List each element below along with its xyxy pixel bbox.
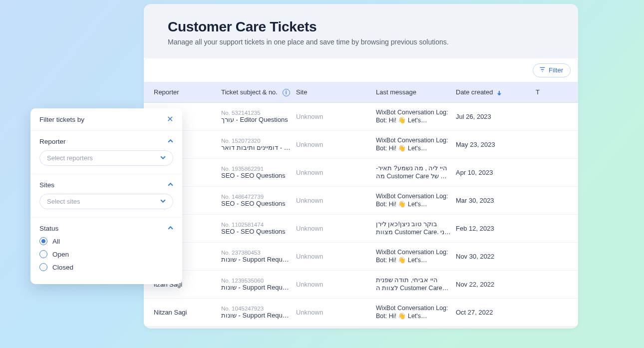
status-radio-closed[interactable]: Closed bbox=[39, 263, 173, 271]
cell-date: Jul 26, 2023 bbox=[456, 113, 536, 120]
info-icon[interactable]: i bbox=[283, 89, 290, 96]
sort-desc-icon bbox=[495, 88, 502, 96]
filter-popover-header: Filter tickets by ✕ bbox=[30, 108, 182, 131]
status-radio-open[interactable]: Open bbox=[39, 250, 173, 258]
cell-message: WixBot Conversation Log: Bot: Hi! 👋 Let'… bbox=[376, 305, 456, 320]
col-tail[interactable]: T bbox=[536, 88, 578, 96]
ticket-number: No. 237380453 bbox=[221, 250, 296, 256]
chevron-down-icon bbox=[160, 154, 166, 162]
cell-message: WixBot Conversation Log: Bot: Hi! 👋 Let'… bbox=[376, 249, 456, 264]
ticket-subject: SEO - SEO Questions bbox=[221, 172, 291, 179]
col-date-label: Date created bbox=[456, 88, 493, 96]
table-row[interactable]: zan SagiNo. 532141235עורך - Editor Quest… bbox=[144, 103, 578, 131]
cell-date: May 23, 2023 bbox=[456, 141, 536, 148]
chevron-down-icon bbox=[160, 198, 166, 205]
cell-site: Unknown bbox=[296, 281, 376, 288]
ticket-subject: שונות - Support Request bbox=[221, 312, 291, 319]
ticket-number: No. 532141235 bbox=[221, 110, 296, 116]
cell-date: Apr 10, 2023 bbox=[456, 169, 536, 176]
table-row[interactable]: itzan SagiNo. 1239535060שונות - Support … bbox=[144, 271, 578, 299]
table-row[interactable]: zan SagiNo. 1102581474SEO - SEO Question… bbox=[144, 215, 578, 243]
sites-select[interactable]: Select sites bbox=[39, 194, 173, 209]
panel-header: Customer Care Tickets Manage all your su… bbox=[144, 4, 578, 58]
status-open-label: Open bbox=[52, 251, 69, 258]
cell-subject: No. 532141235עורך - Editor Questions bbox=[221, 110, 296, 123]
filter-button[interactable]: Filter bbox=[533, 63, 571, 77]
ticket-subject: SEO - SEO Questions bbox=[221, 228, 291, 235]
col-site-label: Site bbox=[296, 88, 307, 96]
table-row[interactable]: zan SagiNo. 1935862291SEO - SEO Question… bbox=[144, 159, 578, 187]
cell-subject: No. 1486472739SEO - SEO Questions bbox=[221, 194, 296, 207]
ticket-subject: שונות - Support Request bbox=[221, 284, 291, 291]
filter-section-reporter: Reporter Select reporters bbox=[30, 131, 182, 174]
close-icon[interactable]: ✕ bbox=[167, 115, 173, 123]
col-site[interactable]: Site bbox=[296, 88, 376, 96]
radio-icon bbox=[39, 263, 47, 271]
reporter-select-placeholder: Select reporters bbox=[47, 154, 93, 162]
filter-status-label: Status bbox=[39, 225, 58, 232]
cell-site: Unknown bbox=[296, 253, 376, 260]
col-tail-label: T bbox=[536, 88, 540, 96]
chevron-up-icon[interactable] bbox=[168, 138, 173, 145]
filter-popover-title: Filter tickets by bbox=[39, 116, 84, 123]
cell-message: בוקר טוב ניצן!כאן לירן מצוות Customer Ca… bbox=[376, 221, 456, 236]
col-reporter[interactable]: Reporter bbox=[144, 88, 221, 96]
ticket-subject: דומיינים ותיבות דואר - Do… bbox=[221, 144, 291, 151]
page-subtitle: Manage all your support tickets in one p… bbox=[168, 38, 554, 46]
filter-button-label: Filter bbox=[549, 66, 563, 74]
ticket-number: No. 1239535060 bbox=[221, 278, 296, 284]
status-radio-all[interactable]: All bbox=[39, 237, 173, 245]
filter-section-sites: Sites Select sites bbox=[30, 174, 182, 218]
tickets-section: Filter Reporter Ticket subject & no. i S… bbox=[144, 58, 578, 327]
cell-date: Oct 27, 2022 bbox=[456, 309, 536, 316]
col-message[interactable]: Last message bbox=[376, 88, 456, 96]
status-closed-label: Closed bbox=[52, 264, 73, 271]
ticket-subject: SEO - SEO Questions bbox=[221, 200, 291, 207]
col-date[interactable]: Date created bbox=[456, 88, 536, 96]
cell-message: WixBot Conversation Log: Bot: Hi! 👋 Let'… bbox=[376, 193, 456, 208]
table-row[interactable]: zan SagiNo. 237380453שונות - Support Req… bbox=[144, 243, 578, 271]
col-subject[interactable]: Ticket subject & no. i bbox=[221, 88, 296, 96]
table-row[interactable]: Nitzan SagiNo. 1045247923שונות - Support… bbox=[144, 299, 578, 327]
table-row[interactable]: zan SagiNo. 152072320דומיינים ותיבות דוא… bbox=[144, 131, 578, 159]
col-subject-label: Ticket subject & no. bbox=[221, 88, 278, 96]
cell-subject: No. 1239535060שונות - Support Request bbox=[221, 278, 296, 291]
cell-site: Unknown bbox=[296, 141, 376, 148]
cell-site: Unknown bbox=[296, 197, 376, 204]
cell-subject: No. 1102581474SEO - SEO Questions bbox=[221, 222, 296, 235]
cell-subject: No. 152072320דומיינים ותיבות דואר - Do… bbox=[221, 138, 296, 151]
cell-date: Nov 22, 2022 bbox=[456, 281, 536, 288]
cell-date: Feb 12, 2023 bbox=[456, 225, 536, 232]
ticket-number: No. 1102581474 bbox=[221, 222, 296, 228]
filter-icon bbox=[539, 66, 546, 74]
reporter-select[interactable]: Select reporters bbox=[39, 150, 173, 166]
cell-message: -היי ליה , מה נשמע? תאיר מה Customer Car… bbox=[376, 165, 456, 180]
cell-reporter: Nitzan Sagi bbox=[144, 309, 221, 316]
filter-sites-label: Sites bbox=[39, 181, 54, 189]
ticket-subject: עורך - Editor Questions bbox=[221, 116, 291, 123]
table-body: zan SagiNo. 532141235עורך - Editor Quest… bbox=[144, 103, 578, 327]
chevron-up-icon[interactable] bbox=[168, 181, 173, 189]
sites-select-placeholder: Select sites bbox=[47, 198, 80, 205]
filter-popover: Filter tickets by ✕ Reporter Select repo… bbox=[30, 108, 182, 284]
filter-section-status: Status All Open Closed bbox=[30, 218, 182, 284]
cell-date: Nov 30, 2022 bbox=[456, 253, 536, 260]
ticket-number: No. 1935862291 bbox=[221, 166, 296, 172]
ticket-subject: שונות - Support Request bbox=[221, 256, 291, 263]
cell-message: WixBot Conversation Log: Bot: Hi! 👋 Let'… bbox=[376, 137, 456, 152]
cell-site: Unknown bbox=[296, 309, 376, 316]
cell-subject: No. 237380453שונות - Support Request bbox=[221, 250, 296, 263]
col-reporter-label: Reporter bbox=[154, 88, 179, 96]
cell-site: Unknown bbox=[296, 169, 376, 176]
ticket-number: No. 152072320 bbox=[221, 138, 296, 144]
cell-message: WixBot Conversation Log: Bot: Hi! 👋 Let'… bbox=[376, 109, 456, 124]
radio-icon bbox=[39, 237, 47, 245]
cell-site: Unknown bbox=[296, 113, 376, 120]
status-all-label: All bbox=[52, 238, 60, 245]
table-header: Reporter Ticket subject & no. i Site Las… bbox=[144, 82, 578, 103]
filter-reporter-label: Reporter bbox=[39, 138, 66, 145]
cell-subject: No. 1935862291SEO - SEO Questions bbox=[221, 166, 296, 179]
ticket-number: No. 1486472739 bbox=[221, 194, 296, 200]
chevron-up-icon[interactable] bbox=[168, 225, 173, 232]
table-row[interactable]: zan SagiNo. 1486472739SEO - SEO Question… bbox=[144, 187, 578, 215]
